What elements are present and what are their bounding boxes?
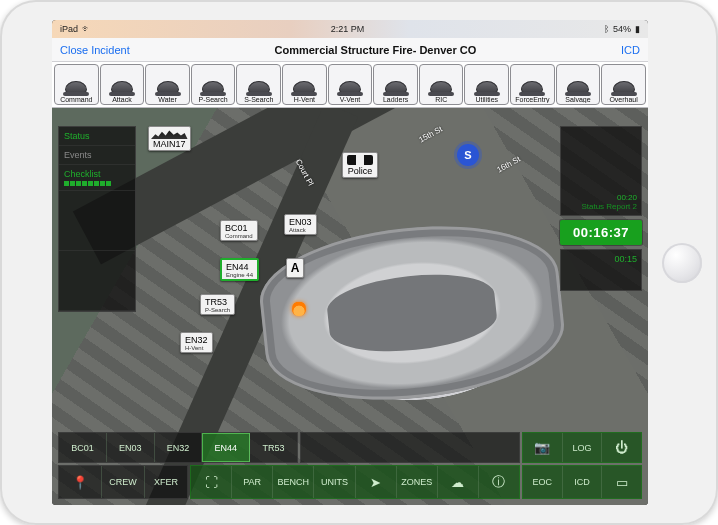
helmet-icon: [202, 81, 224, 95]
helmet-icon: [293, 81, 315, 95]
carrier-label: iPad: [60, 24, 78, 34]
right-panel: 00:20 Status Report 2 00:16:37 00:15: [560, 126, 642, 291]
fire-icon: [292, 300, 306, 316]
role-vvent[interactable]: V-Vent: [328, 64, 373, 105]
unit-en32[interactable]: EN32H-Vent: [180, 332, 213, 353]
helmet-icon: [521, 81, 543, 95]
battery-icon: ▮: [635, 24, 640, 34]
role-salvage[interactable]: Salvage: [556, 64, 601, 105]
unit-police[interactable]: Police: [342, 152, 378, 178]
toolbar-mid-2: ⛶ PAR BENCH UNITS ➤ ZONES ☁ ⓘ: [190, 465, 520, 499]
panel-body: [59, 251, 135, 311]
role-hvent[interactable]: H-Vent: [282, 64, 327, 105]
bluetooth-icon: ᛒ: [604, 24, 609, 34]
toolbar-right-1: 📷 LOG ⏻: [522, 432, 642, 463]
unit-main17[interactable]: MAIN17: [148, 126, 191, 151]
unit-en03[interactable]: EN03Attack: [284, 214, 317, 235]
par-button[interactable]: PAR: [232, 466, 273, 498]
helmet-icon: [157, 81, 179, 95]
book-button[interactable]: ▭: [602, 466, 641, 498]
role-ssearch[interactable]: S-Search: [236, 64, 281, 105]
eoc-button[interactable]: EOC: [523, 466, 563, 498]
xfer-button[interactable]: XFER: [145, 466, 187, 498]
units-button[interactable]: UNITS: [314, 466, 355, 498]
role-psearch[interactable]: P-Search: [191, 64, 236, 105]
helmet-icon: [430, 81, 452, 95]
app-screen: iPad ᯤ 2:21 PM ᛒ 54% ▮ Close Incident Co…: [52, 20, 648, 505]
home-button[interactable]: [662, 243, 702, 283]
unit-bc01[interactable]: BC01Command: [220, 220, 258, 241]
helmet-icon: [65, 81, 87, 95]
role-ladders[interactable]: Ladders: [373, 64, 418, 105]
icd-link[interactable]: ICD: [621, 44, 640, 56]
role-water[interactable]: Water: [145, 64, 190, 105]
toolbar-spacer: [300, 432, 520, 463]
incident-map[interactable]: Court Pl 15th St 16th St S MAIN17 Police…: [52, 108, 648, 505]
role-command[interactable]: Command: [54, 64, 99, 105]
crew-button[interactable]: CREW: [102, 466, 145, 498]
unit-en44[interactable]: EN44Engine 44: [220, 258, 259, 281]
role-overhaul[interactable]: Overhaul: [601, 64, 646, 105]
clock: 2:21 PM: [331, 24, 365, 34]
bottom-toolbar: BC01 EN03 EN32 EN44 TR53 📷 LOG ⏻: [58, 432, 642, 499]
checklist-progress: [64, 181, 130, 186]
street-label-16th: 16th St: [495, 155, 522, 175]
org-button[interactable]: ⛶: [191, 466, 232, 498]
zones-button[interactable]: ZONES: [397, 466, 438, 498]
bench-button[interactable]: BENCH: [273, 466, 314, 498]
pin-button[interactable]: 📍: [59, 466, 102, 498]
toolbar-left-2: 📍 CREW XFER: [58, 465, 188, 499]
close-incident-button[interactable]: Close Incident: [60, 44, 130, 56]
icd-button[interactable]: ICD: [563, 466, 603, 498]
unit-selector: BC01 EN03 EN32 EN44 TR53: [58, 432, 298, 463]
send-button[interactable]: ➤: [356, 466, 397, 498]
tab-checklist[interactable]: Checklist: [59, 165, 135, 191]
unit-tr53[interactable]: TR53P-Search: [200, 294, 235, 315]
police-car-icon: [347, 155, 373, 165]
helmet-icon: [613, 81, 635, 95]
marker-a[interactable]: A: [286, 258, 304, 278]
panel-body: [59, 191, 135, 251]
unit-btn-bc01[interactable]: BC01: [59, 433, 107, 462]
secondary-timer[interactable]: 00:15: [560, 249, 642, 291]
ios-statusbar: iPad ᯤ 2:21 PM ᛒ 54% ▮: [52, 20, 648, 38]
ipad-device: iPad ᯤ 2:21 PM ᛒ 54% ▮ Close Incident Co…: [0, 0, 718, 525]
elapsed-timer[interactable]: 00:16:37: [560, 220, 642, 245]
status-report-box[interactable]: 00:20 Status Report 2: [560, 126, 642, 216]
page-title: Commercial Structure Fire- Denver CO: [275, 44, 477, 56]
left-panel: Status Events Checklist: [58, 126, 136, 312]
weather-button[interactable]: ☁: [438, 466, 479, 498]
info-button[interactable]: ⓘ: [479, 466, 519, 498]
role-ric[interactable]: RIC: [419, 64, 464, 105]
skyline-icon: [151, 127, 188, 139]
roles-bar: Command Attack Water P-Search S-Search H…: [52, 62, 648, 108]
tab-status[interactable]: Status: [59, 127, 135, 146]
helmet-icon: [339, 81, 361, 95]
nav-bar: Close Incident Commercial Structure Fire…: [52, 38, 648, 62]
role-attack[interactable]: Attack: [100, 64, 145, 105]
street-label-15th: 15th St: [417, 125, 444, 145]
helmet-icon: [385, 81, 407, 95]
tab-events[interactable]: Events: [59, 146, 135, 165]
unit-btn-tr53[interactable]: TR53: [250, 433, 297, 462]
helmet-icon: [567, 81, 589, 95]
unit-btn-en44[interactable]: EN44: [202, 433, 250, 462]
toolbar-right-2: EOC ICD ▭: [522, 465, 642, 499]
helmet-icon: [111, 81, 133, 95]
unit-btn-en32[interactable]: EN32: [155, 433, 203, 462]
role-forceentry[interactable]: ForceEntry: [510, 64, 555, 105]
power-button[interactable]: ⏻: [602, 433, 641, 462]
unit-btn-en03[interactable]: EN03: [107, 433, 155, 462]
camera-button[interactable]: 📷: [523, 433, 563, 462]
role-utilities[interactable]: Utilities: [464, 64, 509, 105]
battery-label: 54%: [613, 24, 631, 34]
staging-marker[interactable]: S: [457, 144, 479, 166]
helmet-icon: [476, 81, 498, 95]
log-button[interactable]: LOG: [563, 433, 603, 462]
helmet-icon: [248, 81, 270, 95]
wifi-icon: ᯤ: [82, 24, 91, 34]
